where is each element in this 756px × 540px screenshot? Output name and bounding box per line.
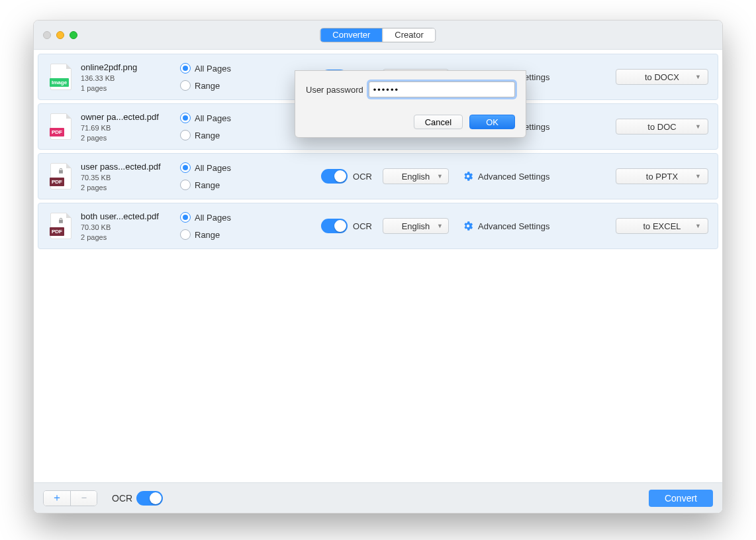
language-select[interactable]: English▼ <box>383 168 449 184</box>
file-name: owner pa...ected.pdf <box>81 112 173 122</box>
cancel-button[interactable]: Cancel <box>414 115 463 129</box>
chevron-down-icon: ▼ <box>695 223 701 229</box>
radio-range[interactable]: Range <box>180 130 260 140</box>
pages-select: All Pages Range <box>180 63 260 91</box>
window-close-icon[interactable] <box>43 31 51 39</box>
chevron-down-icon: ▼ <box>437 223 443 229</box>
output-format-select[interactable]: to PPTX▼ <box>616 168 708 184</box>
radio-all-pages[interactable]: All Pages <box>180 212 260 223</box>
output-format-select[interactable]: to DOCX▼ <box>616 69 708 85</box>
file-icon: PDF <box>48 113 74 140</box>
lock-icon <box>58 216 64 223</box>
chevron-down-icon: ▼ <box>695 74 701 80</box>
ocr-global-toggle[interactable] <box>136 491 163 506</box>
file-icon: PDF <box>48 213 74 239</box>
password-dialog: User password Cancel OK <box>295 70 526 138</box>
chevron-down-icon: ▼ <box>695 173 701 180</box>
chevron-down-icon: ▼ <box>695 123 701 130</box>
file-name: online2pdf.png <box>81 62 173 72</box>
output-format-select[interactable]: to DOC▼ <box>616 119 708 135</box>
radio-range[interactable]: Range <box>180 80 260 91</box>
file-size: 70.35 KB <box>81 174 173 182</box>
window-min-icon[interactable] <box>56 31 64 39</box>
file-pages: 2 pages <box>81 134 173 142</box>
gear-icon <box>462 220 474 232</box>
file-row: PDF user pass...ected.pdf 70.35 KB 2 pag… <box>38 153 718 199</box>
pdf-tag-icon: PDF <box>50 227 64 236</box>
radio-all-pages[interactable]: All Pages <box>180 63 260 74</box>
ok-button[interactable]: OK <box>469 115 515 129</box>
advanced-settings[interactable]: Advanced Settings <box>462 220 549 232</box>
ocr-toggle[interactable] <box>321 169 348 184</box>
language-select[interactable]: English▼ <box>383 218 449 234</box>
pdf-tag-icon: PDF <box>50 128 64 136</box>
password-input[interactable] <box>369 81 515 97</box>
ocr-global: OCR <box>112 491 163 506</box>
radio-all-pages[interactable]: All Pages <box>180 113 260 123</box>
file-size: 71.69 KB <box>81 124 173 132</box>
gear-icon <box>462 170 474 182</box>
file-size: 70.30 KB <box>81 223 173 231</box>
mode-segmented-control: Converter Creator <box>320 28 436 42</box>
lock-icon <box>58 166 64 173</box>
advanced-settings[interactable]: Advanced Settings <box>462 170 549 182</box>
password-label: User password <box>306 85 363 95</box>
radio-all-pages[interactable]: All Pages <box>180 162 260 173</box>
file-icon: PDF <box>48 163 74 189</box>
tab-converter[interactable]: Converter <box>320 28 382 42</box>
image-tag-icon: Image <box>50 78 69 87</box>
radio-range[interactable]: Range <box>180 180 260 190</box>
footer: ＋ － OCR Convert <box>34 482 722 513</box>
output-format-select[interactable]: to EXCEL▼ <box>616 218 708 234</box>
file-pages: 1 pages <box>81 84 173 92</box>
ocr-toggle[interactable] <box>321 219 348 233</box>
file-row: PDF both user...ected.pdf 70.30 KB 2 pag… <box>38 203 718 249</box>
file-name: both user...ected.pdf <box>81 211 173 221</box>
app-window: Converter Creator Image online2pdf.png 1… <box>33 20 723 513</box>
window-max-icon[interactable] <box>70 31 77 39</box>
file-size: 136.33 KB <box>81 74 173 82</box>
chevron-down-icon: ▼ <box>437 173 443 180</box>
titlebar: Converter Creator <box>34 21 722 50</box>
traffic-lights <box>43 31 77 39</box>
file-pages: 2 pages <box>81 184 173 191</box>
add-remove-group: ＋ － <box>43 490 97 506</box>
remove-file-button[interactable]: － <box>70 491 97 506</box>
convert-button[interactable]: Convert <box>649 490 713 507</box>
file-icon: Image <box>48 64 74 90</box>
file-meta: online2pdf.png 136.33 KB 1 pages <box>81 62 173 92</box>
file-pages: 2 pages <box>81 233 173 241</box>
radio-range[interactable]: Range <box>180 229 260 240</box>
pdf-tag-icon: PDF <box>50 178 64 186</box>
tab-creator[interactable]: Creator <box>382 28 435 42</box>
file-name: user pass...ected.pdf <box>81 162 173 172</box>
add-file-button[interactable]: ＋ <box>44 491 70 506</box>
